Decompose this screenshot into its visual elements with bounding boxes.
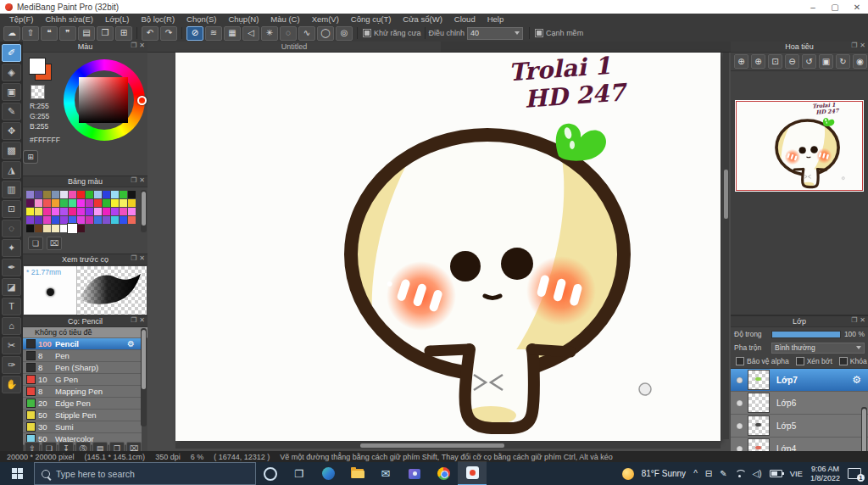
palette-swatch[interactable] — [60, 225, 68, 232]
layer-settings-gear-icon[interactable]: ⚙ — [852, 374, 861, 386]
palette-swatch[interactable] — [43, 199, 51, 207]
eyedropper-tool[interactable]: ✑ — [2, 356, 21, 374]
palette-swatch[interactable] — [128, 199, 136, 207]
hue-marker[interactable] — [137, 96, 147, 105]
palette-swatch[interactable] — [120, 199, 127, 207]
mail-button[interactable]: ✉ — [371, 462, 400, 485]
palette-swatch[interactable] — [69, 199, 76, 207]
select-pen-tool[interactable]: ✒ — [2, 259, 21, 276]
brush-row[interactable]: 10 G Pen ⚙ — [23, 374, 142, 386]
zoom-in-icon[interactable]: ⊕ — [734, 54, 748, 69]
snapshot-icon[interactable]: ◉ — [853, 54, 867, 69]
close-panel-icon[interactable]: ✕ — [139, 316, 145, 324]
soft-edge-checkbox[interactable] — [535, 29, 543, 37]
palette-swatch[interactable] — [52, 199, 59, 207]
minimize-button[interactable]: – — [802, 3, 824, 12]
divide-tool[interactable]: ✂ — [2, 337, 21, 354]
palette-swatch[interactable] — [43, 208, 51, 215]
palette-swatch[interactable] — [111, 191, 119, 198]
layer-visibility-dot[interactable] — [737, 400, 743, 406]
desktop-icon[interactable]: ⊟ — [705, 470, 712, 478]
move-tool[interactable]: ✥ — [2, 122, 21, 140]
freehand-icon[interactable]: ⊘ — [186, 26, 203, 41]
palette-swatch[interactable] — [60, 191, 68, 198]
menu-item[interactable]: Cloud — [448, 14, 481, 24]
task-view-button[interactable]: ❐ — [285, 462, 314, 485]
palette-swatch[interactable] — [120, 216, 127, 224]
palette-swatch[interactable] — [43, 191, 51, 198]
delete-palette-icon[interactable]: ⌧ — [47, 237, 62, 250]
fill-select-tool[interactable]: ▩ — [2, 142, 21, 159]
volume-icon[interactable]: ◁) — [753, 470, 762, 478]
brush-row[interactable]: 30 Sumi ⚙ — [23, 421, 142, 433]
palette-swatch[interactable] — [69, 225, 76, 232]
menu-item[interactable]: Tệp(F) — [3, 14, 40, 24]
alpha-protect-checkbox[interactable] — [736, 357, 744, 365]
palette-swatch[interactable] — [120, 208, 127, 215]
scrollbar-thumb[interactable] — [724, 170, 728, 219]
menu-item[interactable]: Chụp(N) — [222, 14, 264, 24]
palette-swatch[interactable] — [77, 216, 85, 224]
palette-swatch[interactable] — [26, 216, 34, 224]
palette-swatch[interactable] — [69, 191, 76, 198]
brush-tool[interactable]: ✐ — [2, 44, 21, 62]
correction-dropdown[interactable]: 40 — [467, 27, 523, 40]
search-box[interactable]: Type here to search — [34, 462, 256, 485]
close-panel-icon[interactable]: ✕ — [860, 316, 865, 324]
hand-tool[interactable]: ✋ — [2, 376, 21, 393]
new-palette-icon[interactable]: ❏ — [28, 237, 43, 250]
opacity-slider[interactable] — [771, 331, 841, 338]
palette-swatch[interactable] — [128, 225, 136, 232]
palette-swatch[interactable] — [77, 225, 85, 232]
close-button[interactable]: ✕ — [846, 3, 868, 12]
palette-swatch[interactable] — [86, 208, 93, 215]
brush-row[interactable]: 20 Edge Pen ⚙ — [23, 398, 142, 410]
palette-swatch[interactable] — [26, 208, 34, 215]
start-button[interactable] — [0, 462, 34, 485]
menu-item[interactable]: Màu (C) — [264, 14, 305, 24]
clipping-checkbox[interactable] — [796, 357, 804, 365]
palette-swatch[interactable] — [35, 191, 42, 198]
palette-swatch[interactable] — [77, 208, 85, 215]
brush-row[interactable]: 8 Mapping Pen ⚙ — [23, 386, 142, 398]
action-center-icon[interactable]: 1 — [848, 468, 861, 479]
palette-swatch[interactable] — [26, 225, 34, 232]
chrome-button[interactable] — [429, 462, 458, 485]
palette-swatch[interactable] — [103, 216, 110, 224]
edge-button[interactable] — [314, 462, 342, 485]
dotted-circle-icon[interactable]: ◌ — [280, 26, 297, 41]
antialias-checkbox[interactable] — [363, 29, 371, 37]
select-eraser-tool[interactable]: ◪ — [2, 278, 21, 296]
palette-swatch[interactable] — [103, 225, 110, 232]
palette-swatch[interactable] — [52, 191, 59, 198]
palette-swatch[interactable] — [128, 216, 136, 224]
brush-group-row[interactable]: Không có tiêu đề — [23, 327, 147, 338]
palette-swatch[interactable] — [35, 216, 42, 224]
fit-window-icon[interactable]: ⊡ — [768, 54, 782, 69]
palette-swatch[interactable] — [69, 208, 76, 215]
tray-expand-caret[interactable]: ^ — [693, 470, 698, 478]
palette-swatch[interactable] — [60, 208, 68, 215]
palette-swatch[interactable] — [103, 199, 110, 207]
transparent-color-swatch[interactable] — [31, 85, 45, 99]
magic-wand-tool[interactable]: ✦ — [2, 239, 21, 257]
pen-icon[interactable]: ✎ — [720, 470, 726, 478]
battery-icon[interactable] — [770, 470, 782, 477]
palette-swatch[interactable] — [26, 199, 34, 207]
palette-swatch[interactable] — [128, 208, 136, 215]
polygon-icon[interactable]: ◁ — [242, 26, 259, 41]
palette-swatch[interactable] — [103, 191, 110, 198]
palette-swatch[interactable] — [35, 199, 42, 207]
gradient-tool[interactable]: ▥ — [2, 181, 21, 198]
clock[interactable]: 9:06 AM 1/8/2022 — [810, 465, 840, 483]
brush-row[interactable]: 100 Pencil ⚙ — [23, 338, 142, 350]
export-icon[interactable]: ⇧ — [22, 26, 39, 41]
lock-checkbox[interactable] — [839, 357, 848, 365]
palette-swatch[interactable] — [86, 225, 93, 232]
rotate-ccw-icon[interactable]: ↺ — [802, 54, 816, 69]
palette-swatch[interactable] — [94, 216, 102, 224]
operation-tool[interactable]: ⌂ — [2, 317, 21, 335]
close-panel-icon[interactable]: ✕ — [139, 254, 145, 262]
menu-item[interactable]: Lớp(L) — [99, 14, 135, 24]
palette-swatch[interactable] — [26, 191, 34, 198]
